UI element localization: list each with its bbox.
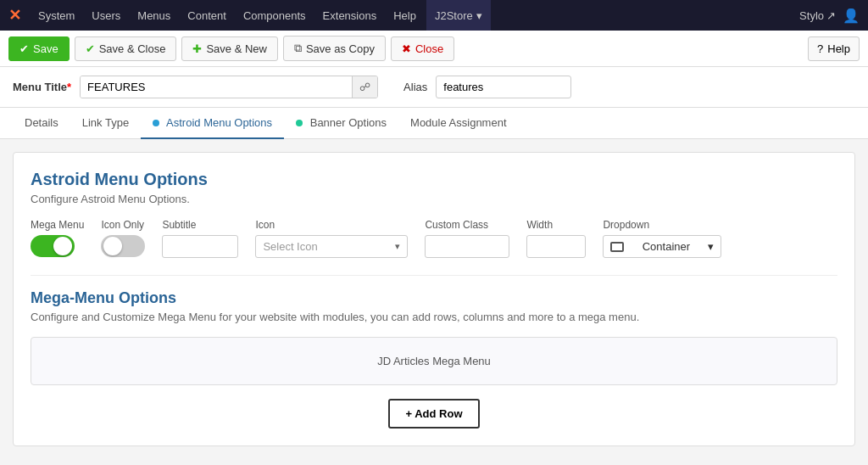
- save-new-plus-icon: ✚: [192, 42, 202, 55]
- tab-module-assignment-label: Module Assignment: [410, 116, 506, 129]
- tab-banner-options-label: Banner Options: [310, 116, 387, 129]
- menu-title-icon-btn[interactable]: ☍: [352, 76, 377, 98]
- icon-only-track: [101, 235, 145, 257]
- dropdown-value: Container: [643, 240, 690, 253]
- user-link[interactable]: Stylo ↗: [799, 9, 836, 22]
- user-icon[interactable]: 👤: [843, 8, 860, 24]
- subtitle-input[interactable]: [162, 235, 238, 258]
- save-close-check-icon: ✔: [86, 42, 95, 55]
- custom-class-label: Custom Class: [425, 219, 509, 231]
- mega-menu-label: Mega Menu: [31, 219, 84, 231]
- copy-icon: ⧉: [294, 42, 302, 55]
- mega-menu-track: [31, 235, 75, 257]
- save-new-button[interactable]: ✚ Save & New: [181, 36, 278, 61]
- nav-system[interactable]: System: [31, 0, 81, 31]
- icon-select-placeholder: Select Icon: [263, 240, 317, 253]
- astroid-section-title: Astroid Menu Options: [31, 170, 837, 189]
- icon-label: Icon: [255, 219, 408, 231]
- nav-users[interactable]: Users: [85, 0, 127, 31]
- astroid-menu-dot: [153, 120, 159, 126]
- save-label: Save: [33, 42, 58, 55]
- tab-module-assignment[interactable]: Module Assignment: [398, 108, 518, 139]
- add-row-label: + Add Row: [405, 407, 462, 420]
- tabs: Details Link Type Astroid Menu Options B…: [0, 108, 868, 139]
- icon-only-toggle[interactable]: [101, 235, 145, 257]
- menu-title-input-wrapper: ☍: [80, 76, 378, 98]
- help-label: Help: [827, 42, 850, 55]
- nav-components[interactable]: Components: [236, 0, 313, 31]
- chevron-down-icon: ▾: [476, 9, 482, 22]
- width-field: Width: [526, 219, 586, 258]
- close-label: Close: [415, 42, 443, 55]
- main-content: Astroid Menu Options Configure Astroid M…: [0, 139, 868, 459]
- menu-title-label: Menu Title*: [13, 81, 71, 93]
- close-x-icon: ✖: [402, 42, 411, 55]
- external-link-icon: ↗: [826, 9, 836, 22]
- j2store-label: J2Store: [435, 9, 473, 22]
- subtitle-label: Subtitle: [162, 219, 238, 231]
- help-question-icon: ?: [817, 42, 823, 55]
- dropdown-field: Dropdown Container ▾: [603, 219, 721, 258]
- mega-articles-box[interactable]: JD Articles Mega Menu: [31, 337, 837, 385]
- nav-menus[interactable]: Menus: [131, 0, 177, 31]
- custom-class-input[interactable]: [425, 235, 509, 258]
- alias-field[interactable]: [436, 76, 571, 98]
- save-new-label: Save & New: [206, 42, 267, 55]
- tab-astroid-menu-label: Astroid Menu Options: [166, 116, 272, 129]
- toolbar-right: ? Help: [808, 36, 860, 61]
- tab-details-label: Details: [25, 116, 58, 129]
- mega-menu-toggle[interactable]: [31, 235, 75, 257]
- nav-content[interactable]: Content: [181, 0, 233, 31]
- icon-only-thumb: [103, 237, 122, 255]
- width-label: Width: [526, 219, 586, 231]
- container-icon: [610, 242, 624, 252]
- icon-field: Icon Select Icon ▾: [255, 219, 408, 258]
- chevron-down-icon: ▾: [395, 241, 400, 252]
- save-button[interactable]: ✔ Save: [8, 36, 70, 61]
- width-input[interactable]: [526, 235, 586, 258]
- mega-menu-field: Mega Menu: [31, 219, 84, 257]
- icon-select[interactable]: Select Icon ▾: [255, 235, 408, 258]
- banner-options-dot: [296, 120, 303, 126]
- nav-j2store[interactable]: J2Store ▾: [426, 0, 491, 31]
- subtitle-field: Subtitle: [162, 219, 238, 258]
- user-name: Stylo: [799, 9, 824, 22]
- tab-astroid-menu[interactable]: Astroid Menu Options: [141, 108, 284, 139]
- menu-title-field[interactable]: [81, 76, 352, 98]
- mega-section-title: Mega-Menu Options: [31, 289, 837, 307]
- mega-section-desc: Configure and Customize Mega Menu for yo…: [31, 311, 837, 323]
- topbar-right: Stylo ↗ 👤: [799, 8, 860, 24]
- dropdown-select[interactable]: Container ▾: [603, 235, 721, 258]
- astroid-panel: Astroid Menu Options Configure Astroid M…: [13, 152, 855, 446]
- joomla-logo: ✕: [8, 6, 21, 25]
- divider: [31, 275, 837, 276]
- dropdown-label: Dropdown: [603, 219, 721, 231]
- menu-title-row: Menu Title* ☍ Alias: [0, 67, 868, 108]
- tab-banner-options[interactable]: Banner Options: [284, 108, 398, 139]
- tab-link-type[interactable]: Link Type: [70, 108, 141, 139]
- icon-only-label: Icon Only: [101, 219, 145, 231]
- astroid-section-desc: Configure Astroid Menu Options.: [31, 193, 837, 205]
- save-close-button[interactable]: ✔ Save & Close: [75, 36, 177, 61]
- toolbar: ✔ Save ✔ Save & Close ✚ Save & New ⧉ Sav…: [0, 31, 868, 67]
- nav-help[interactable]: Help: [387, 0, 423, 31]
- save-copy-button[interactable]: ⧉ Save as Copy: [283, 36, 386, 61]
- topbar: ✕ System Users Menus Content Components …: [0, 0, 868, 31]
- tab-link-type-label: Link Type: [82, 116, 129, 129]
- custom-class-field: Custom Class: [425, 219, 509, 258]
- tab-details[interactable]: Details: [13, 108, 70, 139]
- chevron-down-icon: ▾: [708, 240, 714, 253]
- save-copy-label: Save as Copy: [306, 42, 375, 55]
- nav-extensions[interactable]: Extensions: [316, 0, 384, 31]
- save-close-label: Save & Close: [99, 42, 166, 55]
- close-button[interactable]: ✖ Close: [391, 36, 454, 61]
- icon-only-field: Icon Only: [101, 219, 145, 257]
- mega-menu-thumb: [53, 237, 72, 255]
- mega-articles-label: JD Articles Mega Menu: [377, 355, 491, 367]
- help-button[interactable]: ? Help: [808, 36, 860, 61]
- save-check-icon: ✔: [19, 42, 29, 55]
- required-star: *: [67, 81, 71, 93]
- add-row-button[interactable]: + Add Row: [388, 399, 479, 429]
- alias-label: Alias: [403, 81, 427, 93]
- fields-row: Mega Menu Icon Only Subtitle: [31, 219, 837, 258]
